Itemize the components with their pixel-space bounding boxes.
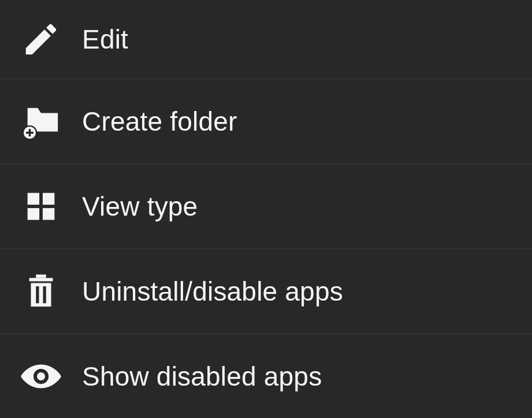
menu-item-label: Uninstall/disable apps	[82, 276, 343, 307]
menu-item-show-disabled[interactable]: Show disabled apps	[0, 334, 532, 418]
menu-item-label: Show disabled apps	[82, 361, 322, 392]
svg-point-8	[37, 372, 45, 380]
menu-item-uninstall-apps[interactable]: Uninstall/disable apps	[0, 249, 532, 334]
pencil-icon	[21, 19, 61, 60]
context-menu: Edit Create folder View type	[0, 0, 532, 418]
grid-icon	[21, 186, 61, 227]
menu-item-label: View type	[82, 191, 198, 222]
folder-add-icon	[21, 101, 61, 142]
trash-icon	[21, 271, 61, 312]
svg-rect-6	[28, 208, 39, 220]
menu-item-create-folder[interactable]: Create folder	[0, 79, 532, 164]
eye-icon	[21, 356, 61, 397]
menu-item-label: Create folder	[82, 106, 237, 137]
svg-rect-5	[43, 193, 54, 205]
menu-item-view-type[interactable]: View type	[0, 164, 532, 249]
svg-rect-4	[28, 193, 39, 205]
menu-item-edit[interactable]: Edit	[0, 0, 532, 79]
menu-item-label: Edit	[82, 24, 128, 55]
svg-rect-3	[26, 132, 34, 134]
svg-rect-7	[43, 208, 54, 220]
